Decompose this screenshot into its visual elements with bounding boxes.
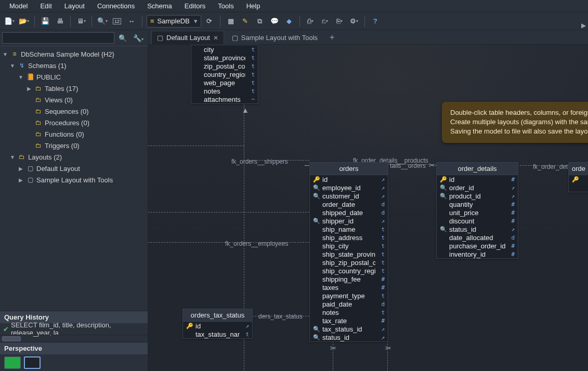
- tree-sequences[interactable]: 🗀Sequences (0): [0, 105, 148, 117]
- column-row[interactable]: 🔍status_id↗: [437, 225, 518, 233]
- search-icon[interactable]: 🔍: [116, 34, 129, 42]
- column-row[interactable]: tax_rate#: [310, 316, 388, 325]
- entity-partial-right[interactable]: orde 🔑idsta: [568, 162, 588, 192]
- diagram-canvas[interactable]: Double-click table headers, columns, or …: [148, 45, 588, 371]
- tab-sample-layout[interactable]: ▢ Sample Layout with Tools: [226, 31, 323, 44]
- save-icon[interactable]: 💾: [39, 15, 51, 28]
- menu-edit[interactable]: Edit: [35, 1, 57, 11]
- tree-procedures[interactable]: 🗀Procedures (0): [0, 117, 148, 128]
- entity-title[interactable]: orde: [569, 163, 588, 175]
- new-file-icon[interactable]: 📄▾: [3, 15, 16, 28]
- entity-orders[interactable]: orders 🔑id↗🔍employee_id↗🔍customer_id↗ord…: [309, 162, 388, 342]
- tool-c-icon[interactable]: ⎘▾: [333, 15, 346, 28]
- column-row[interactable]: attachments~: [191, 95, 258, 103]
- menu-editors[interactable]: Editors: [179, 1, 211, 11]
- column-row[interactable]: ship_country_regiont: [310, 267, 388, 275]
- column-row[interactable]: web_paget: [191, 78, 258, 87]
- column-row[interactable]: 🔍order_id↗: [437, 183, 518, 192]
- column-row[interactable]: notest: [310, 308, 388, 316]
- column-row[interactable]: 🔍employee_id↗: [310, 183, 388, 192]
- search-input[interactable]: [2, 32, 114, 44]
- perspective-thumb-1[interactable]: [4, 356, 21, 369]
- tool-a-icon[interactable]: ⎙▾: [304, 15, 317, 28]
- tree-root[interactable]: ≡ DbSchema Sample Model {H2}: [0, 48, 148, 60]
- column-row[interactable]: ship_state_provincet: [310, 250, 388, 258]
- column-row[interactable]: payment_typet: [310, 292, 388, 300]
- query-history-item[interactable]: ✔ SELECT film_id, title, description, re…: [0, 323, 148, 335]
- column-row[interactable]: discount#: [437, 217, 518, 225]
- tool-b-icon[interactable]: ⎌▾: [319, 15, 331, 28]
- db-selector[interactable]: ≡ SampleDB ▾: [147, 15, 201, 28]
- column-row[interactable]: shipped_dated: [310, 208, 388, 217]
- diamond-icon[interactable]: ◆: [283, 15, 295, 28]
- column-row[interactable]: country_regiont: [191, 70, 258, 78]
- column-row[interactable]: unit_price#: [437, 208, 518, 217]
- tree-layout-default[interactable]: ▢Default Layout: [0, 163, 148, 174]
- fk-label-shippers[interactable]: fk_orders__shippers: [231, 158, 288, 165]
- menu-tools[interactable]: Tools: [213, 1, 239, 11]
- tab-add[interactable]: +: [325, 31, 338, 44]
- column-row[interactable]: tax_status_namet: [183, 330, 252, 338]
- fk-label-tails-orders[interactable]: tails__orders: [390, 162, 426, 169]
- tree-layouts[interactable]: 🗀 Layouts (2): [0, 151, 148, 163]
- column-row[interactable]: date_allocatedd: [437, 233, 518, 242]
- tree-public[interactable]: 📙 PUBLIC: [0, 71, 148, 83]
- fk-label-tax-status[interactable]: ders_tax_status: [258, 313, 303, 320]
- entity-title[interactable]: orders: [310, 163, 388, 175]
- column-row[interactable]: ship_namet: [310, 225, 388, 233]
- comment-icon[interactable]: 💬: [268, 15, 281, 28]
- tree-tables[interactable]: 🗀Tables (17): [0, 83, 148, 94]
- column-row[interactable]: inventory_id#: [437, 250, 518, 258]
- column-row[interactable]: purchase_order_id#: [437, 242, 518, 250]
- menu-help[interactable]: Help: [241, 1, 266, 11]
- menu-layout[interactable]: Layout: [59, 1, 90, 11]
- print-icon[interactable]: 🖶: [54, 15, 66, 28]
- column-row[interactable]: shipping_fee#: [310, 275, 388, 283]
- entity-orders-tax-status[interactable]: orders_tax_status 🔑id↗tax_status_namet: [182, 309, 253, 339]
- tree-functions[interactable]: 🗀Functions (0): [0, 128, 148, 140]
- table-icon[interactable]: ▦: [225, 15, 237, 28]
- perspective-thumb-2[interactable]: [24, 356, 41, 369]
- wrench-icon[interactable]: 🔧▾: [131, 34, 146, 42]
- entity-partial-top[interactable]: citytstate_provincetzip_postal_codetcoun…: [191, 45, 258, 104]
- tree-triggers[interactable]: 🗀Triggers (0): [0, 140, 148, 151]
- screen-icon[interactable]: 🖥▾: [75, 15, 87, 28]
- column-row[interactable]: 🔍shipper_id↗: [310, 217, 388, 225]
- column-row[interactable]: ship_addresst: [310, 233, 388, 242]
- column-row[interactable]: cityt: [191, 45, 258, 54]
- column-row[interactable]: 🔍tax_status_id↗: [310, 325, 388, 333]
- column-row[interactable]: 🔍status_id↗: [310, 333, 388, 341]
- column-row[interactable]: quantity#: [437, 200, 518, 208]
- column-row[interactable]: state_provincet: [191, 54, 258, 62]
- tab-default-layout[interactable]: ▢ Default Layout ✕: [151, 31, 224, 44]
- column-row[interactable]: paid_dated: [310, 300, 388, 308]
- fk-label-employees[interactable]: fk_orders__employees: [225, 240, 288, 247]
- zoom-icon[interactable]: 🔍▾: [96, 15, 109, 28]
- tree-schemas[interactable]: ↯ Schemas (1): [0, 60, 148, 71]
- layers-icon[interactable]: ⧉: [254, 15, 266, 28]
- menu-connections[interactable]: Connections: [92, 1, 140, 11]
- history-scrollbar[interactable]: [0, 335, 148, 342]
- tree-views[interactable]: 🗀Views (0): [0, 94, 148, 105]
- column-row[interactable]: ship_cityt: [310, 242, 388, 250]
- tool-d-icon[interactable]: ⚙▾: [348, 15, 360, 28]
- column-row[interactable]: 🔑id: [569, 175, 588, 183]
- menu-schema[interactable]: Schema: [142, 1, 177, 11]
- entity-title[interactable]: order_details: [437, 163, 518, 175]
- column-row[interactable]: 🔍product_id↗: [437, 192, 518, 200]
- column-row[interactable]: notest: [191, 87, 258, 95]
- entity-order-details[interactable]: order_details 🔑id#🔍order_id↗🔍product_id↗…: [436, 162, 518, 259]
- pencil-icon[interactable]: ✎: [239, 15, 252, 28]
- column-row[interactable]: 🔍customer_id↗: [310, 192, 388, 200]
- column-row[interactable]: zip_postal_codet: [191, 62, 258, 70]
- column-row[interactable]: 🔑id↗: [310, 175, 388, 183]
- column-row[interactable]: sta: [569, 183, 588, 192]
- close-icon[interactable]: ✕: [213, 34, 218, 42]
- sync-arrows-icon[interactable]: ↔: [125, 15, 138, 28]
- column-row[interactable]: 🔑id↗: [183, 322, 252, 330]
- toolbar-overflow-icon[interactable]: ▶: [581, 22, 586, 29]
- column-row[interactable]: taxes#: [310, 283, 388, 292]
- refresh-icon[interactable]: ⟳: [203, 15, 216, 28]
- entity-title[interactable]: orders_tax_status: [183, 309, 252, 322]
- open-folder-icon[interactable]: 📂▾: [18, 15, 30, 28]
